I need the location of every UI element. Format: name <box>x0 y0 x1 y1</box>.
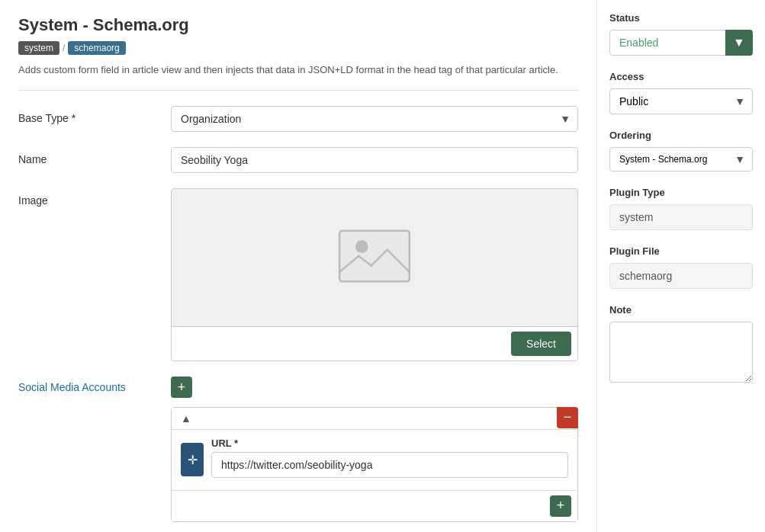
plugin-type-section: Plugin Type <box>609 187 753 230</box>
image-select-button[interactable]: Select <box>511 332 571 356</box>
ordering-label: Ordering <box>609 130 753 141</box>
social-item-footer: + <box>172 490 577 521</box>
ordering-select[interactable]: System - Schema.org <box>609 147 753 171</box>
svg-point-1 <box>355 240 368 253</box>
note-section: Note <box>609 304 753 385</box>
base-type-select[interactable]: Organization <box>171 106 578 132</box>
social-item-container: ▲ − ✛ URL * + <box>171 407 578 522</box>
image-control: Select <box>171 188 578 361</box>
url-input[interactable] <box>211 452 568 478</box>
plugin-type-input <box>609 204 753 230</box>
access-select[interactable]: Public <box>609 88 753 114</box>
plugin-type-label: Plugin Type <box>609 187 753 198</box>
social-media-row: Social Media Accounts + <box>18 377 578 398</box>
plugin-file-label: Plugin File <box>609 245 753 257</box>
name-control <box>171 147 578 173</box>
status-chevron-button[interactable]: ▼ <box>725 30 753 56</box>
social-item-header: ▲ − <box>172 408 577 430</box>
image-row: Image Select <box>18 188 578 361</box>
status-label: Status <box>609 12 753 24</box>
status-select-wrap: Enabled ▼ <box>609 30 753 56</box>
social-media-label: Social Media Accounts <box>18 381 171 393</box>
note-label: Note <box>609 304 753 316</box>
drag-handle-icon[interactable]: ✛ <box>181 443 204 476</box>
plugin-file-input <box>609 263 753 289</box>
sidebar: Status Enabled ▼ Access Public ▼ Ord <box>597 0 765 532</box>
social-item-collapse-button[interactable]: ▲ <box>178 412 194 425</box>
breadcrumb: system / schemaorg <box>18 41 578 55</box>
social-item-body: ✛ URL * <box>172 430 577 490</box>
social-item-fields: URL * <box>211 437 568 482</box>
svg-rect-0 <box>339 231 410 282</box>
social-item-add-button[interactable]: + <box>550 495 571 517</box>
name-row: Name <box>18 147 578 173</box>
social-media-add-button[interactable]: + <box>171 377 192 398</box>
status-section: Status Enabled ▼ <box>609 12 753 56</box>
base-type-label: Base Type * <box>18 106 171 124</box>
ordering-section: Ordering System - Schema.org ▼ <box>609 130 753 171</box>
name-input[interactable] <box>171 147 578 173</box>
image-placeholder-icon <box>336 226 413 289</box>
access-section: Access Public ▼ <box>609 71 753 114</box>
access-select-wrap: Public ▼ <box>609 88 753 114</box>
breadcrumb-separator: / <box>63 43 65 53</box>
ordering-select-wrap: System - Schema.org ▼ <box>609 147 753 171</box>
base-type-row: Base Type * Organization ▼ <box>18 106 578 132</box>
name-label: Name <box>18 147 171 165</box>
image-upload-area: Select <box>171 188 578 361</box>
url-label: URL * <box>211 437 568 449</box>
page-title: System - Schema.org <box>18 15 578 35</box>
image-preview <box>172 189 577 326</box>
social-item-remove-button[interactable]: − <box>557 407 578 428</box>
image-label: Image <box>18 188 171 207</box>
status-chevron-icon: ▼ <box>733 36 745 50</box>
plugin-description: Adds custom form field in article view a… <box>18 62 578 78</box>
image-select-bar: Select <box>172 326 577 361</box>
base-type-control: Organization ▼ <box>171 106 578 132</box>
breadcrumb-system: system <box>18 41 59 55</box>
section-divider <box>18 90 578 91</box>
breadcrumb-schemaorg: schemaorg <box>68 41 125 55</box>
base-type-select-wrapper: Organization ▼ <box>171 106 578 132</box>
access-label: Access <box>609 71 753 82</box>
note-textarea[interactable] <box>609 322 753 383</box>
plugin-file-section: Plugin File <box>609 245 753 289</box>
